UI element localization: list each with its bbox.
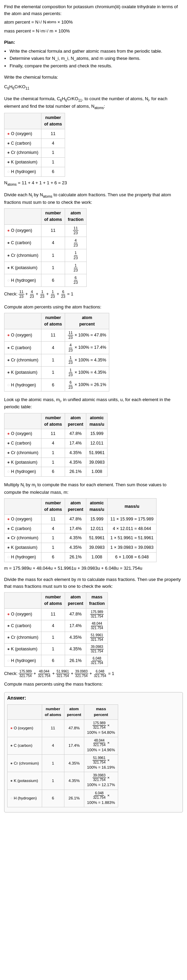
ans-hydrogen-atoms: 6 <box>42 789 64 807</box>
table-row: ○ H (hydrogen) 6 26.1% 6.048321.754 <box>5 655 108 667</box>
table-row: ● K (potassium) 1 4.35% 39.0983 <box>5 458 107 467</box>
header-intro: Find the elemental composition for potas… <box>4 3 183 17</box>
plan-section: Plan: Write the chemical formula and gat… <box>4 39 183 69</box>
t2-hydrogen: ○ H (hydrogen) <box>5 274 42 286</box>
t2-potassium-atoms: 1 <box>41 262 65 274</box>
atom-percent-formula: atom percent = Ni / Natoms × 100% <box>4 19 183 25</box>
table2: numberof atoms atomfraction ● O (oxygen)… <box>4 208 87 286</box>
t6-col-frac: massfraction <box>86 593 108 609</box>
t5-carbon: ● C (carbon) <box>5 524 42 533</box>
answer-label: Answer: <box>7 694 180 702</box>
table2-check: Check: 1123 + 423 + 123 + 123 + 623 = 1 <box>4 290 183 299</box>
t5-col-mass: atomicmass/u <box>86 498 107 515</box>
t4-potassium-atoms: 1 <box>41 458 65 467</box>
t4-chromium-atoms: 1 <box>41 448 65 458</box>
table-row: ● C (carbon) 4 17.4% 48.044321.754 ×100%… <box>8 737 118 754</box>
t2-chromium: ● Cr (chromium) <box>5 249 42 262</box>
t4-hydrogen-pct: 26.1% <box>65 467 86 477</box>
answer-section: Answer: numberof atoms atompercent massp… <box>4 692 183 813</box>
plan-list: Write the chemical formula and gather at… <box>10 48 183 69</box>
header-section: Find the elemental composition for potas… <box>4 3 183 34</box>
total-atoms-eq: Natoms = 11 + 4 + 1 + 1 + 6 = 23 <box>4 180 183 187</box>
t3-potassium-atoms: 1 <box>41 367 65 379</box>
plan-step-2: Determine values for N_i, m_i, N_atoms, … <box>10 55 183 62</box>
t6-oxygen-atoms: 11 <box>41 608 65 620</box>
compute-mass-pcts-label: Compute mass percents using the mass fra… <box>4 681 183 688</box>
t4-col-pct: atompercent <box>65 413 86 429</box>
table6-caption: Divide the mass for each element by m to… <box>4 576 183 590</box>
t3-col-atoms: numberof atoms <box>41 313 65 329</box>
t6-carbon-atoms: 4 <box>41 620 65 632</box>
table1-col-element <box>5 113 42 129</box>
t5-col-el <box>5 498 42 515</box>
table3-caption: Compute atom percents using the atom fra… <box>4 304 183 310</box>
potassium-atoms: 1 <box>41 158 65 167</box>
ans-potassium-pct: 4.35% <box>64 772 84 789</box>
formula-display: C6H6CrKO11 <box>4 83 183 91</box>
t4-carbon-mass: 12.011 <box>86 439 107 448</box>
t3-col-pct: atompercent <box>65 313 109 329</box>
element-oxygen: ● O (oxygen) <box>5 129 42 138</box>
t5-oxygen-pct: 47.8% <box>65 514 86 524</box>
table-row: ● O (oxygen) 11 47.8% 175.989321.754 ×10… <box>8 719 118 737</box>
t6-chromium: ● Cr (chromium) <box>5 632 42 643</box>
t4-oxygen-atoms: 11 <box>41 429 65 439</box>
t2-carbon-frac: 423 <box>65 237 87 249</box>
table6-section: Divide the mass for each element by m to… <box>4 576 183 687</box>
table5: numberof atoms atompercent atomicmass/u … <box>4 498 157 562</box>
table6: numberof atoms atompercent massfraction … <box>4 592 108 667</box>
t4-chromium-pct: 4.35% <box>65 448 86 458</box>
table-row: ● C (carbon) 4 423 <box>5 237 87 249</box>
table-row: ● O (oxygen) 11 47.8% 175.989321.754 <box>5 608 108 620</box>
ans-oxygen: ● O (oxygen) <box>8 719 42 737</box>
t2-oxygen: ● O (oxygen) <box>5 224 42 237</box>
table4-section: Look up the atomic mass, mi, in unified … <box>4 396 183 477</box>
t2-carbon-atoms: 4 <box>41 237 65 249</box>
t4-col-el <box>5 413 42 429</box>
table-row: ○ H (hydrogen) 6 26.1% 6.048321.754 ×100… <box>8 789 118 807</box>
plan-step-3: Finally, compare the percents and check … <box>10 62 183 69</box>
t4-oxygen-pct: 47.8% <box>65 429 86 439</box>
table4: numberof atoms atompercent atomicmass/u … <box>4 413 107 477</box>
table-row: ● K (potassium) 1 123 × 100% = 4.35% <box>5 367 109 379</box>
t6-carbon: ● C (carbon) <box>5 620 42 632</box>
hydrogen-atoms: 6 <box>41 167 65 177</box>
t5-oxygen-atoms: 11 <box>41 514 65 524</box>
element-hydrogen: ○ H (hydrogen) <box>5 167 42 177</box>
t4-hydrogen-atoms: 6 <box>41 467 65 477</box>
ans-col-masspct: masspercent <box>84 705 118 720</box>
ans-hydrogen-masspct: 6.048321.754 ×100% = 1.883% <box>84 789 118 807</box>
t5-potassium-atoms: 1 <box>41 543 65 552</box>
t6-potassium-atoms: 1 <box>41 643 65 655</box>
t2-chromium-atoms: 1 <box>41 249 65 262</box>
mass-percent-formula: mass percent = Nimi / m × 100% <box>4 28 183 35</box>
table5-caption: Multiply Ni by mi to compute the mass fo… <box>4 482 183 495</box>
ans-carbon: ● C (carbon) <box>8 737 42 754</box>
t4-col-mass: atomicmass/u <box>86 413 107 429</box>
table5-section: Multiply Ni by mi to compute the mass fo… <box>4 482 183 571</box>
t4-oxygen-mass: 15.999 <box>86 429 107 439</box>
t2-carbon: ● C (carbon) <box>5 237 42 249</box>
table-row: ● K (potassium) 1 <box>5 158 65 167</box>
table-row: ○ H (hydrogen) 6 <box>5 167 65 177</box>
t4-potassium-mass: 39.0983 <box>86 458 107 467</box>
table-row: ● C (carbon) 4 <box>5 138 65 148</box>
t3-hydrogen-pct: 623 × 100% = 26.1% <box>65 379 109 391</box>
t6-hydrogen-pct: 26.1% <box>65 655 86 667</box>
t4-carbon: ● C (carbon) <box>5 439 42 448</box>
t4-oxygen: ● O (oxygen) <box>5 429 42 439</box>
t3-oxygen-atoms: 11 <box>41 329 65 341</box>
table-row: ● Cr (chromium) 1 123 × 100% = 4.35% <box>5 354 109 366</box>
table2-caption: Divide each Ni by Natoms to calculate at… <box>4 191 183 205</box>
t4-col-atoms: numberof atoms <box>41 413 65 429</box>
plan-step-1: Write the chemical formula and gather at… <box>10 48 183 55</box>
t4-hydrogen: ○ H (hydrogen) <box>5 467 42 477</box>
ans-potassium-masspct: 39.0983321.754 ×100% = 12.17% <box>84 772 118 789</box>
t5-oxygen-massu: 11 × 15.999 = 175.989 <box>107 514 157 524</box>
ans-carbon-pct: 17.4% <box>64 737 84 754</box>
t6-chromium-pct: 4.35% <box>65 632 86 643</box>
ans-chromium-masspct: 51.9961321.754 ×100% = 16.19% <box>84 755 118 772</box>
plan-title: Plan: <box>4 39 183 46</box>
chromium-atoms: 1 <box>41 148 65 158</box>
table2-section: Divide each Ni by Natoms to calculate at… <box>4 191 183 299</box>
